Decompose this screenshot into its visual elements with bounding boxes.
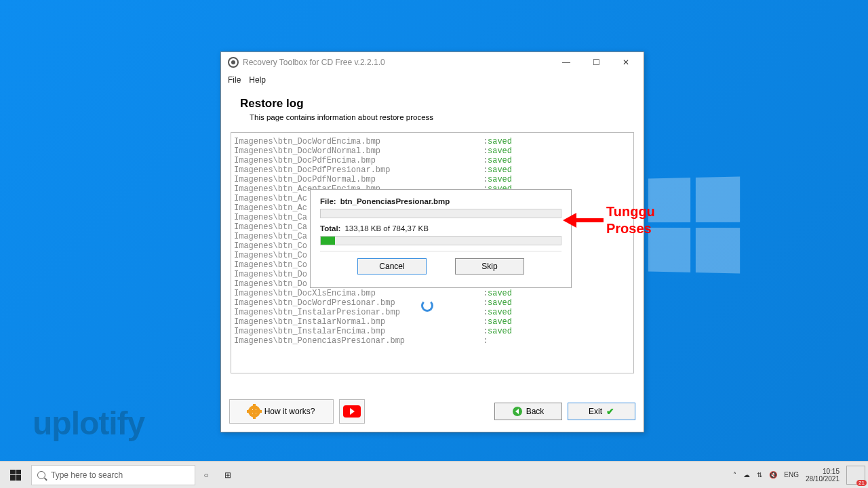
tray-clock[interactable]: 10:15 28/10/2021 [806, 468, 840, 483]
menu-file[interactable]: File [228, 75, 241, 85]
annotation-line1: Tunggu [606, 203, 655, 220]
log-line: Imagenes\btn_InstalarNormal.bmp : saved [234, 317, 631, 327]
gear-icon [248, 405, 260, 418]
menubar: File Help [221, 73, 644, 87]
log-line: Imagenes\btn_DocWordEncima.bmp : saved [234, 137, 631, 146]
tray-cloud-icon[interactable]: ☁ [743, 471, 750, 479]
exit-button[interactable]: Exit ✔ [568, 403, 635, 420]
taskbar: Type here to search ○ ⊞ ˄ ☁ ⇅ 🔇 ENG 10:1… [0, 461, 868, 488]
tray-chevron-icon[interactable]: ˄ [733, 471, 736, 479]
search-placeholder: Type here to search [51, 470, 123, 480]
maximize-button[interactable]: ☐ [581, 53, 611, 72]
tray-volume-icon[interactable]: 🔇 [769, 471, 777, 479]
progress-dialog: File: btn_PonenciasPresionar.bmp Total: … [310, 189, 572, 288]
watermark-text: uplotify [33, 405, 144, 442]
skip-button[interactable]: Skip [455, 258, 524, 274]
log-line: Imagenes\btn_DocWordNormal.bmp : saved [234, 146, 631, 156]
notification-badge: 21 [856, 480, 867, 486]
page-subtitle: This page contains information about res… [240, 113, 625, 121]
log-line: Imagenes\btn_PonenciasPresionar.bmp : [234, 336, 631, 346]
arrow-left-icon [563, 210, 605, 230]
progress-total-text: 133,18 KB of 784,37 KB [344, 224, 428, 233]
system-tray: ˄ ☁ ⇅ 🔇 ENG 10:15 28/10/2021 21 [733, 466, 868, 485]
progress-file-label: File: [320, 197, 336, 206]
cortana-button[interactable]: ○ [195, 462, 217, 489]
spinner-icon [421, 300, 433, 312]
cancel-button[interactable]: Cancel [357, 258, 427, 274]
youtube-button[interactable] [339, 399, 365, 424]
search-input[interactable]: Type here to search [31, 465, 195, 485]
progress-file-name: btn_PonenciasPresionar.bmp [340, 197, 450, 206]
how-label: How it works? [264, 407, 315, 416]
log-line: Imagenes\btn_DocPdfEncima.bmp : saved [234, 156, 631, 165]
tray-wifi-icon[interactable]: ⇅ [757, 471, 762, 479]
window-title: Recovery Toolbox for CD Free v.2.2.1.0 [243, 58, 551, 67]
search-icon [37, 471, 45, 479]
total-progress-bar [320, 236, 561, 245]
page-header: Restore log This page contains informati… [221, 87, 644, 125]
back-button[interactable]: Back [494, 403, 562, 420]
start-button[interactable] [0, 462, 31, 489]
page-title: Restore log [240, 97, 625, 110]
menu-help[interactable]: Help [249, 75, 266, 85]
recovery-toolbox-window: Recovery Toolbox for CD Free v.2.2.1.0 —… [220, 52, 644, 432]
task-view-button[interactable]: ⊞ [217, 462, 239, 489]
log-line: Imagenes\btn_InstalarPresionar.bmp : sav… [234, 308, 631, 317]
how-it-works-button[interactable]: How it works? [229, 399, 334, 424]
youtube-icon [343, 405, 361, 418]
titlebar[interactable]: Recovery Toolbox for CD Free v.2.2.1.0 —… [221, 52, 644, 73]
tray-language[interactable]: ENG [784, 471, 799, 479]
annotation-line2: Proses [606, 220, 655, 237]
annotation-callout: Tunggu Proses [563, 203, 655, 237]
app-icon [228, 57, 239, 68]
file-progress-bar [320, 209, 561, 218]
minimize-button[interactable]: — [551, 53, 581, 72]
log-line: Imagenes\btn_DocXlsEncima.bmp : saved [234, 289, 631, 298]
log-line: Imagenes\btn_InstalarEncima.bmp : saved [234, 327, 631, 336]
log-line: Imagenes\btn_DocPdfNormal.bmp : saved [234, 175, 631, 184]
log-line: Imagenes\btn_DocPdfPresionar.bmp : saved [234, 165, 631, 175]
notification-button[interactable]: 21 [846, 466, 865, 485]
svg-marker-1 [563, 213, 576, 228]
windows-logo-wallpaper [648, 176, 740, 273]
progress-total-label: Total: [320, 224, 340, 233]
bottom-toolbar: How it works? Back Exit ✔ [221, 391, 644, 432]
windows-icon [10, 470, 21, 481]
back-arrow-icon [513, 407, 522, 416]
checkmark-icon: ✔ [606, 406, 614, 417]
close-button[interactable]: ✕ [611, 53, 641, 72]
restore-log-panel[interactable]: Imagenes\btn_DocWordEncima.bmp : savedIm… [231, 132, 634, 373]
